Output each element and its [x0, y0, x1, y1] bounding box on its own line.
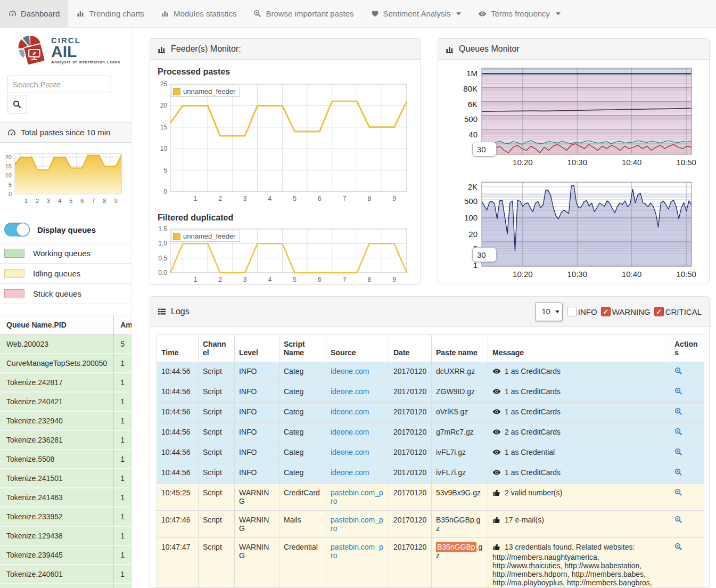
checkbox-info[interactable] — [567, 307, 577, 316]
feeder-monitor-header: Feeder(s) Monitor: — [150, 39, 420, 60]
interval-input-1[interactable] — [472, 142, 497, 157]
svg-text:5: 5 — [293, 276, 297, 283]
queues-monitor-panel: Queues Monitor 10:2010:3010:4010:501M80K… — [438, 38, 710, 283]
svg-text:10:50: 10:50 — [676, 270, 696, 279]
svg-text:1: 1 — [193, 195, 197, 202]
nav-item-sentiment-analysis[interactable]: Sentiment Analysis — [363, 0, 470, 27]
svg-text:25: 25 — [160, 80, 168, 88]
logs-col-script-name: Script Name — [279, 335, 326, 362]
log-date: 20170120 — [389, 382, 432, 403]
log-date: 20170120 — [389, 362, 432, 382]
log-row: 10:45:25ScriptWARNINGCreditCardpastebin.… — [157, 484, 704, 511]
log-source-link[interactable]: pastebin.com_pro — [331, 516, 383, 533]
zoom-in-action-icon[interactable] — [674, 387, 682, 397]
filter-info[interactable]: INFO — [567, 307, 597, 316]
zoom-in-action-icon[interactable] — [674, 407, 682, 417]
log-source-link[interactable]: pastebin.com_pro — [331, 488, 383, 505]
zoom-in-action-icon[interactable] — [674, 448, 682, 458]
feeder-series-swatch — [173, 88, 180, 95]
log-row: 10:44:56ScriptINFOCategideone.com2017012… — [157, 362, 704, 382]
log-channel: Script — [199, 403, 235, 423]
filter-critical[interactable]: ✓CRITICAL — [654, 307, 702, 316]
nav-item-trending-charts[interactable]: Trending charts — [68, 0, 153, 27]
svg-text:40: 40 — [468, 130, 478, 139]
queue-name: Tokenize.240601 — [0, 565, 114, 584]
svg-text:6: 6 — [318, 276, 322, 283]
svg-text:3: 3 — [243, 276, 247, 283]
queue-amount: 1 — [114, 450, 132, 469]
nav-item-label: Trending charts — [89, 9, 144, 18]
page-size-select[interactable]: 10 — [535, 302, 563, 321]
log-time: 10:44:56 — [157, 362, 199, 382]
log-date: 20170120 — [389, 423, 432, 443]
log-source-link[interactable]: ideone.com — [331, 387, 369, 396]
log-source-link[interactable]: ideone.com — [331, 428, 369, 436]
svg-text:10: 10 — [160, 145, 168, 152]
queue-row: Tokenize.2406011 — [0, 565, 132, 584]
search-button[interactable] — [7, 95, 27, 113]
zoom-in-action-icon[interactable] — [674, 488, 682, 498]
nav-item-browse-important-pastes[interactable]: Browse important pastes — [245, 0, 362, 27]
queue-name: Tokenize.242817 — [0, 373, 114, 392]
queue-row: Tokenize.2414631 — [0, 488, 132, 507]
svg-text:5: 5 — [293, 195, 297, 202]
nav-item-terms-frequency[interactable]: Terms frequency — [470, 0, 569, 27]
log-source-link[interactable]: ideone.com — [331, 367, 369, 375]
log-paste-name: 53v9Bx9G.gz — [432, 484, 488, 511]
zoom-in-action-icon[interactable] — [674, 543, 682, 552]
filter-warning[interactable]: ✓WARNING — [601, 307, 651, 316]
log-source-link[interactable]: ideone.com — [331, 407, 369, 416]
log-time: 10:44:56 — [157, 463, 199, 484]
queue-col-queue-name-pid: Queue Name.PID — [0, 315, 114, 335]
logs-col-message: Message — [488, 335, 670, 362]
log-row: 10:44:56ScriptINFOCategideone.com2017012… — [157, 382, 704, 403]
queue-col-amount: Amount — [114, 315, 132, 335]
log-source-link[interactable]: ideone.com — [331, 468, 369, 477]
total-pastes-title: Total pastes since 10 min — [21, 128, 110, 137]
svg-text:8: 8 — [368, 276, 372, 283]
queue-amount: 1 — [114, 526, 132, 545]
queue-amount: 1 — [114, 584, 132, 588]
queues-legend: Working queuesIdling queuesStuck queues — [0, 243, 131, 304]
log-level: WARNING — [235, 484, 279, 511]
checkbox-critical[interactable]: ✓ — [654, 307, 664, 316]
zoom-in-action-icon[interactable] — [674, 428, 682, 437]
logs-title: Logs — [171, 307, 190, 316]
brand-tagline: Analysis of Information Leaks — [51, 60, 120, 64]
queue-amount: 1 — [114, 392, 132, 411]
nav-item-dashboard[interactable]: Dashboard — [0, 0, 68, 27]
log-script: Categ — [279, 362, 326, 382]
zoom-in-action-icon[interactable] — [674, 516, 682, 525]
circl-ail-logo[interactable]: CIRCL AIL Analysis of Information Leaks — [0, 28, 131, 71]
chevron-down-icon — [555, 311, 559, 313]
search-input[interactable] — [7, 76, 111, 93]
filter-label: CRITICAL — [665, 307, 702, 316]
queue-name: Tokenize.232940 — [0, 411, 114, 430]
log-paste-name: g7mRc7.gz — [432, 423, 488, 443]
display-queues-toggle[interactable] — [4, 223, 30, 236]
interval-input-2[interactable] — [472, 247, 497, 262]
queue-name: Tokenize.241463 — [0, 488, 114, 507]
log-channel: Script — [199, 362, 235, 382]
svg-text:5: 5 — [163, 167, 167, 174]
queues-monitor-title: Queues Monitor — [459, 44, 520, 54]
bar-chart-icon — [158, 45, 166, 53]
svg-text:10:30: 10:30 — [567, 158, 587, 167]
nav-item-modules-statistics[interactable]: Modules statistics — [153, 0, 245, 27]
zoom-in-action-icon[interactable] — [674, 367, 682, 377]
log-paste-name: oVrlK5.gz — [432, 403, 488, 423]
log-row: 10:44:56ScriptINFOCategideone.com2017012… — [157, 403, 704, 423]
idling-queues-swatch — [4, 269, 24, 278]
heart-icon — [371, 10, 379, 18]
svg-text:10:40: 10:40 — [622, 270, 642, 279]
queue-row: Tokenize.2428171 — [0, 373, 132, 392]
log-source-link[interactable]: ideone.com — [331, 448, 369, 456]
svg-text:4: 4 — [268, 195, 272, 202]
log-source-link[interactable]: pastebin.com_pro — [331, 543, 383, 560]
queue-amount: 1 — [114, 488, 132, 507]
zoom-in-action-icon[interactable] — [674, 468, 682, 478]
thumbs-up-icon — [492, 488, 501, 499]
svg-text:8: 8 — [368, 195, 372, 202]
checkbox-warning[interactable]: ✓ — [601, 307, 611, 316]
queue-row: Tokenize.2415011 — [0, 469, 132, 488]
